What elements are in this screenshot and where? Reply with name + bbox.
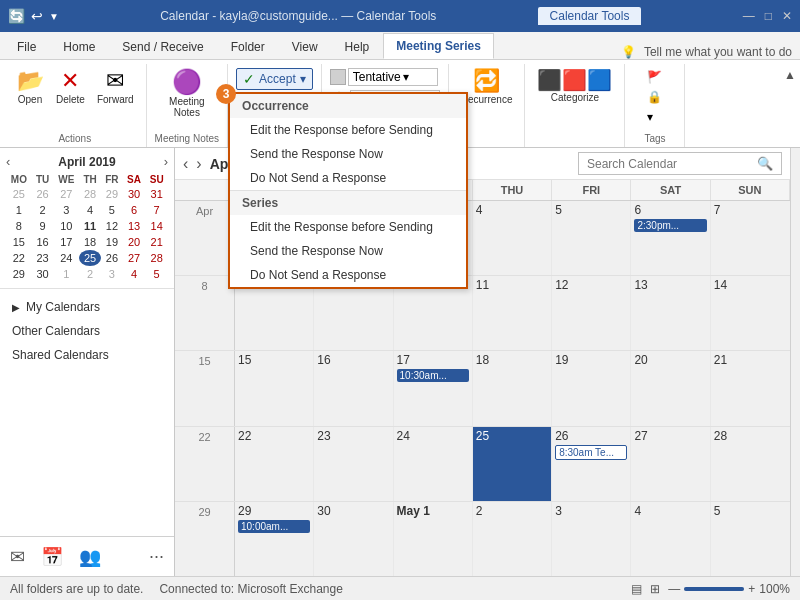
mini-day-15[interactable]: 15 [6,234,32,250]
mini-day-29p[interactable]: 29 [101,186,123,202]
cal-day-apr18[interactable]: 18 [473,351,552,425]
mini-day-2[interactable]: 2 [32,202,54,218]
cal-day-may2[interactable]: 2 [473,502,552,576]
cal-day-may3[interactable]: 3 [552,502,631,576]
cal-day-apr6[interactable]: 6 2:30pm... [631,201,710,275]
search-box[interactable]: 🔍 [578,152,782,175]
calendar-scrollbar[interactable] [790,148,800,576]
cal-day-apr5[interactable]: 5 [552,201,631,275]
mini-day-26p[interactable]: 26 [32,186,54,202]
mini-day-14[interactable]: 14 [145,218,168,234]
cal-day-may4[interactable]: 4 [631,502,710,576]
cal-day-apr30[interactable]: 30 [314,502,393,576]
mini-day-5[interactable]: 5 [101,202,123,218]
tab-view[interactable]: View [279,34,331,59]
cal-day-apr14[interactable]: 14 [711,276,790,350]
cal-day-apr29[interactable]: 29 10:00am... [235,502,314,576]
tag-flag-button[interactable]: 🚩 [643,68,666,86]
mini-day-12[interactable]: 12 [101,218,123,234]
cal-day-apr17[interactable]: 17 10:30am... [394,351,473,425]
mini-day-27p[interactable]: 27 [54,186,80,202]
accept-dropdown-arrow[interactable]: ▾ [300,72,306,86]
event-apr17[interactable]: 10:30am... [397,369,469,382]
cal-day-apr28[interactable]: 28 [711,427,790,501]
view-grid-icon[interactable]: ⊞ [650,582,660,596]
cal-day-apr15[interactable]: 15 [235,351,314,425]
tab-help[interactable]: Help [332,34,383,59]
cal-next-button[interactable]: › [196,155,201,173]
mini-day-5n[interactable]: 5 [145,266,168,282]
mini-day-16[interactable]: 16 [32,234,54,250]
mini-day-31p[interactable]: 31 [145,186,168,202]
tab-meeting-series[interactable]: Meeting Series [383,33,494,59]
cal-day-apr21[interactable]: 21 [711,351,790,425]
mini-day-22[interactable]: 22 [6,250,32,266]
tab-send-receive[interactable]: Send / Receive [109,34,216,59]
shared-calendars-item[interactable]: Shared Calendars [8,343,166,367]
mini-day-27[interactable]: 27 [123,250,146,266]
mini-day-20[interactable]: 20 [123,234,146,250]
cal-day-apr11[interactable]: 11 [473,276,552,350]
collapse-ribbon-icon[interactable]: ▲ [784,68,796,82]
quick-access-arrow[interactable]: ▼ [49,11,59,22]
cal-day-may1[interactable]: May 1 [394,502,473,576]
mini-day-11[interactable]: 11 [79,218,101,234]
delete-button[interactable]: ✕ Delete [52,68,89,107]
meeting-notes-button[interactable]: 🟣 MeetingNotes [165,68,209,120]
cal-day-apr24[interactable]: 24 [394,427,473,501]
mini-day-2n[interactable]: 2 [79,266,101,282]
occurrence-edit-response[interactable]: Edit the Response before Sending [230,118,466,142]
cal-day-apr20[interactable]: 20 [631,351,710,425]
tab-file[interactable]: File [4,34,49,59]
mini-day-1[interactable]: 1 [6,202,32,218]
mini-day-21[interactable]: 21 [145,234,168,250]
mini-day-9[interactable]: 9 [32,218,54,234]
minimize-icon[interactable]: — [743,9,755,23]
cal-day-apr13[interactable]: 13 [631,276,710,350]
tab-home[interactable]: Home [50,34,108,59]
event-apr26[interactable]: 8:30am Te... [555,445,627,460]
calendar-tools-tab[interactable]: Calendar Tools [538,7,642,25]
maximize-icon[interactable]: □ [765,9,772,23]
mini-day-28p[interactable]: 28 [79,186,101,202]
mini-day-13[interactable]: 13 [123,218,146,234]
open-button[interactable]: 📂 Open [12,68,48,107]
mini-day-26[interactable]: 26 [101,250,123,266]
series-send-now[interactable]: Send the Response Now [230,239,466,263]
mini-day-23[interactable]: 23 [32,250,54,266]
mini-day-30p[interactable]: 30 [123,186,146,202]
event-apr29[interactable]: 10:00am... [238,520,310,533]
mini-day-28[interactable]: 28 [145,250,168,266]
series-no-response[interactable]: Do Not Send a Response [230,263,466,287]
cal-day-apr12[interactable]: 12 [552,276,631,350]
mini-day-8[interactable]: 8 [6,218,32,234]
mini-day-4n[interactable]: 4 [123,266,146,282]
mini-day-7[interactable]: 7 [145,202,168,218]
mini-day-6[interactable]: 6 [123,202,146,218]
cal-day-apr23[interactable]: 23 [314,427,393,501]
mini-day-25[interactable]: 25 [79,250,101,266]
categorize-button[interactable]: ⬛🟥🟦 Categorize [533,68,616,105]
mail-nav-icon[interactable]: ✉ [10,546,25,568]
cal-day-apr25[interactable]: 25 [473,427,552,501]
mini-day-3[interactable]: 3 [54,202,80,218]
mini-day-17[interactable]: 17 [54,234,80,250]
tentative-select[interactable]: Tentative ▾ [348,68,438,86]
tentative-dropdown-arrow[interactable]: ▾ [403,70,409,84]
event-apr6[interactable]: 2:30pm... [634,219,706,232]
mini-day-25p[interactable]: 25 [6,186,32,202]
mini-cal-prev[interactable]: ‹ [6,154,10,169]
mini-day-4[interactable]: 4 [79,202,101,218]
zoom-bar[interactable] [684,587,744,591]
cal-day-apr4[interactable]: 4 [473,201,552,275]
mini-cal-next[interactable]: › [164,154,168,169]
close-icon[interactable]: ✕ [782,9,792,23]
people-nav-icon[interactable]: 👥 [79,546,101,568]
tag-pin-button[interactable]: 🔒 [643,88,666,106]
cal-day-apr16[interactable]: 16 [314,351,393,425]
refresh-icon[interactable]: 🔄 [8,8,25,24]
cal-day-apr7[interactable]: 7 [711,201,790,275]
occurrence-no-response[interactable]: Do Not Send a Response [230,166,466,190]
zoom-plus-icon[interactable]: + [748,582,755,596]
cal-day-apr22[interactable]: 22 [235,427,314,501]
